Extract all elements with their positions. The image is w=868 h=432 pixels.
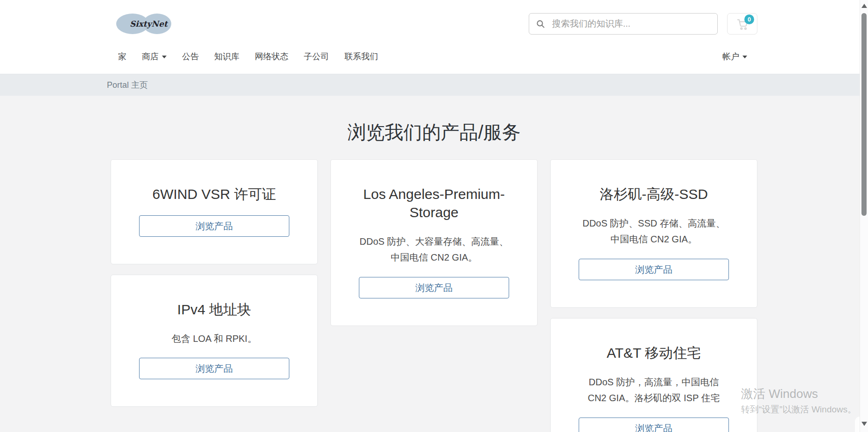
- product-title: IPv4 地址块: [139, 300, 289, 319]
- nav-item-knowledgebase[interactable]: 知识库: [214, 51, 239, 62]
- product-description: DDoS 防护、大容量存储、高流量、中国电信 CN2 GIA。: [359, 234, 509, 266]
- vertical-scrollbar[interactable]: [860, 0, 868, 432]
- browse-products-button[interactable]: 浏览产品: [139, 215, 289, 237]
- product-title: AT&T 移动住宅: [579, 344, 729, 362]
- main-content: 浏览我们的产品/服务 6WIND VSR 许可证 浏览产品 IPv4 地址块 包…: [111, 121, 757, 432]
- site-logo[interactable]: SixtyNet: [116, 13, 172, 35]
- product-card-6wind-vsr: 6WIND VSR 许可证 浏览产品: [111, 159, 318, 264]
- search-input[interactable]: [552, 19, 710, 29]
- nav-item-subsidiary[interactable]: 子公司: [304, 51, 329, 62]
- scroll-down-arrow-icon[interactable]: [861, 422, 867, 426]
- knowledgebase-search-box: [529, 13, 718, 35]
- browse-products-button[interactable]: 浏览产品: [579, 259, 729, 280]
- product-description: 包含 LOA 和 RPKI。: [139, 331, 289, 347]
- breadcrumb-bar: Portal 主页: [0, 74, 868, 96]
- browse-products-button[interactable]: 浏览产品: [139, 358, 289, 379]
- product-title: Los Angeles-Premium-Storage: [359, 185, 509, 221]
- product-description: DDoS 防护，高流量，中国电信 CN2 GIA。洛杉矶的双 ISP 住宅: [579, 374, 729, 406]
- product-card-la-premium-ssd: 洛杉矶-高级-SSD DDoS 防护、SSD 存储、高流量、中国电信 CN2 G…: [550, 159, 757, 308]
- product-description: DDoS 防护、SSD 存储、高流量、中国电信 CN2 GIA。: [579, 215, 729, 248]
- nav-item-home[interactable]: 家: [118, 51, 126, 62]
- page-title: 浏览我们的产品/服务: [111, 121, 757, 143]
- product-card-ipv4-blocks: IPv4 地址块 包含 LOA 和 RPKI。 浏览产品: [111, 275, 318, 407]
- browse-products-button[interactable]: 浏览产品: [579, 418, 729, 432]
- cart-button[interactable]: 0: [727, 13, 757, 35]
- site-header: SixtyNet: [0, 0, 868, 74]
- chevron-down-icon: [162, 56, 167, 58]
- window-corner: [855, 417, 860, 432]
- nav-item-contact[interactable]: 联系我们: [344, 51, 378, 62]
- card-column-3: 洛杉矶-高级-SSD DDoS 防护、SSD 存储、高流量、中国电信 CN2 G…: [550, 159, 757, 432]
- cart-count-badge: 0: [744, 14, 754, 24]
- product-title: 洛杉矶-高级-SSD: [579, 185, 729, 203]
- watermark-line2: 转到“设置”以激活 Windows。: [741, 404, 856, 416]
- windows-activation-watermark: 激活 Windows 转到“设置”以激活 Windows。: [741, 386, 856, 416]
- scrollbar-thumb[interactable]: [861, 13, 867, 216]
- nav-item-account[interactable]: 帐户: [722, 51, 747, 62]
- product-card-la-premium-storage: Los Angeles-Premium-Storage DDoS 防护、大容量存…: [330, 159, 538, 326]
- nav-item-store[interactable]: 商店: [142, 51, 167, 62]
- search-icon: [536, 20, 552, 28]
- main-nav: 家 商店 公告 知识库 网络状态 子公司 联系我们: [118, 51, 378, 62]
- breadcrumb-portal-home[interactable]: Portal 主页: [107, 74, 148, 96]
- logo-text: SixtyNet: [130, 19, 159, 28]
- nav-item-announcements[interactable]: 公告: [182, 51, 199, 62]
- browse-products-button[interactable]: 浏览产品: [359, 277, 509, 298]
- product-groups: 6WIND VSR 许可证 浏览产品 IPv4 地址块 包含 LOA 和 RPK…: [111, 159, 757, 432]
- product-card-att-mobile-residential: AT&T 移动住宅 DDoS 防护，高流量，中国电信 CN2 GIA。洛杉矶的双…: [550, 318, 757, 432]
- chevron-down-icon: [742, 56, 747, 58]
- watermark-line1: 激活 Windows: [741, 386, 856, 402]
- card-column-1: 6WIND VSR 许可证 浏览产品 IPv4 地址块 包含 LOA 和 RPK…: [111, 159, 318, 407]
- scroll-up-arrow-icon[interactable]: [861, 4, 867, 8]
- nav-item-network-status[interactable]: 网络状态: [255, 51, 288, 62]
- card-column-2: Los Angeles-Premium-Storage DDoS 防护、大容量存…: [330, 159, 538, 326]
- product-title: 6WIND VSR 许可证: [139, 185, 289, 203]
